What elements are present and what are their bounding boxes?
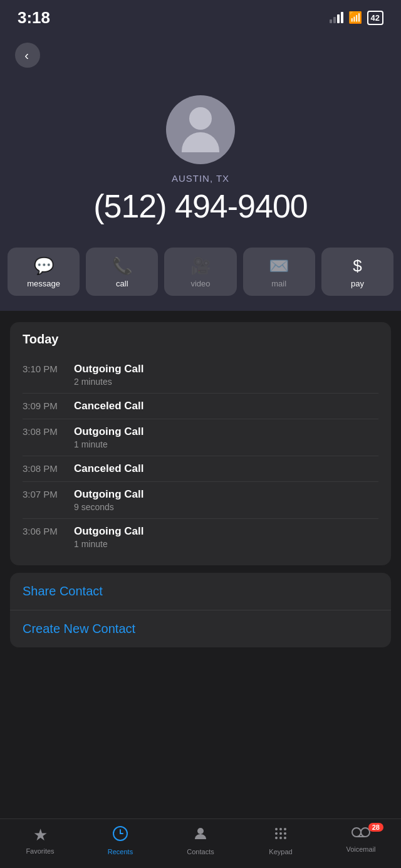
nav-contacts[interactable]: Contacts <box>160 825 241 855</box>
call-entry-2: 3:09 PM Canceled Call <box>23 394 378 419</box>
section-divider <box>0 311 401 322</box>
contacts-label: Contacts <box>187 848 214 855</box>
recents-icon <box>112 825 128 845</box>
call-time-1: 3:10 PM <box>23 363 74 374</box>
action-buttons: 💬 message 📞 call 🎥 video ✉️ mail $ pay <box>0 238 401 311</box>
favorites-label: Favorites <box>26 847 54 855</box>
nav-voicemail[interactable]: 28 Voicemail <box>321 825 401 855</box>
call-duration-5: 9 seconds <box>74 502 378 512</box>
contacts-icon <box>192 825 209 845</box>
mail-button[interactable]: ✉️ mail <box>243 248 315 296</box>
svg-point-7 <box>275 832 278 835</box>
nav-keypad[interactable]: Keypad <box>241 825 321 855</box>
call-time-5: 3:07 PM <box>23 488 74 499</box>
call-details-6: Outgoing Call 1 minute <box>74 525 378 549</box>
avatar-body <box>182 132 219 152</box>
nav-favorites[interactable]: ★ Favorites <box>0 825 80 855</box>
call-type-2: Canceled Call <box>74 400 378 412</box>
bottom-spacer <box>0 647 401 704</box>
call-duration-6: 1 minute <box>74 539 378 549</box>
message-icon: 💬 <box>34 258 54 274</box>
message-button[interactable]: 💬 message <box>8 248 80 296</box>
call-entry-1: 3:10 PM Outgoing Call 2 minutes <box>23 357 378 394</box>
message-label: message <box>27 279 60 288</box>
call-button[interactable]: 📞 call <box>86 248 158 296</box>
call-type-4: Canceled Call <box>74 463 378 475</box>
call-details-5: Outgoing Call 9 seconds <box>74 488 378 512</box>
avatar-placeholder <box>182 107 219 152</box>
action-links: Share Contact Create New Contact <box>10 573 391 647</box>
create-new-contact-button[interactable]: Create New Contact <box>10 610 391 647</box>
call-entry-6: 3:06 PM Outgoing Call 1 minute <box>23 519 378 555</box>
svg-point-8 <box>279 832 282 835</box>
pay-button[interactable]: $ pay <box>321 248 393 296</box>
contact-section: AUSTIN, TX (512) 494-9400 <box>0 95 401 238</box>
avatar <box>166 95 235 164</box>
contact-phone: (512) 494-9400 <box>93 187 308 225</box>
keypad-label: Keypad <box>269 848 292 855</box>
mail-label: mail <box>271 279 286 288</box>
video-icon: 🎥 <box>190 258 211 274</box>
voicemail-icon <box>352 825 370 843</box>
call-time-3: 3:08 PM <box>23 426 74 437</box>
svg-point-9 <box>284 832 286 835</box>
call-time-2: 3:09 PM <box>23 400 74 411</box>
status-time: 3:18 <box>18 8 50 28</box>
call-duration-3: 1 minute <box>74 439 378 449</box>
share-contact-button[interactable]: Share Contact <box>10 573 391 610</box>
voicemail-label: Voicemail <box>346 845 375 853</box>
svg-point-4 <box>275 828 278 830</box>
mail-icon: ✉️ <box>269 258 289 274</box>
wifi-icon: 📶 <box>348 11 362 24</box>
call-type-5: Outgoing Call <box>74 488 378 501</box>
nav-recents[interactable]: Recents <box>80 825 160 855</box>
call-icon: 📞 <box>112 258 132 274</box>
favorites-icon: ★ <box>33 825 48 845</box>
call-type-1: Outgoing Call <box>74 363 378 375</box>
call-time-6: 3:06 PM <box>23 525 74 536</box>
status-bar: 3:18 📶 42 <box>0 0 401 33</box>
today-label: Today <box>23 332 378 347</box>
pay-icon: $ <box>353 258 362 274</box>
battery-icon: 42 <box>367 11 383 25</box>
video-label: video <box>190 279 210 288</box>
svg-point-13 <box>352 828 361 837</box>
call-details-3: Outgoing Call 1 minute <box>74 426 378 449</box>
call-type-3: Outgoing Call <box>74 426 378 438</box>
svg-point-12 <box>284 837 286 839</box>
call-entry-3: 3:08 PM Outgoing Call 1 minute <box>23 419 378 456</box>
svg-point-10 <box>275 837 278 839</box>
keypad-icon <box>273 825 289 845</box>
call-history-card: Today 3:10 PM Outgoing Call 2 minutes 3:… <box>10 322 391 565</box>
svg-point-6 <box>284 828 286 830</box>
voicemail-badge: 28 <box>368 823 383 832</box>
recents-label: Recents <box>108 848 133 855</box>
call-history: Today 3:10 PM Outgoing Call 2 minutes 3:… <box>0 322 401 709</box>
call-details-1: Outgoing Call 2 minutes <box>74 363 378 387</box>
header-area: ‹ <box>0 33 401 95</box>
back-button[interactable]: ‹ <box>15 43 40 68</box>
call-type-6: Outgoing Call <box>74 525 378 538</box>
call-duration-1: 2 minutes <box>74 377 378 387</box>
call-entry-4: 3:08 PM Canceled Call <box>23 456 378 482</box>
call-details-4: Canceled Call <box>74 463 378 475</box>
call-details-2: Canceled Call <box>74 400 378 412</box>
avatar-head <box>189 107 212 130</box>
call-label: call <box>116 279 128 288</box>
call-entry-5: 3:07 PM Outgoing Call 9 seconds <box>23 482 378 519</box>
pay-label: pay <box>351 279 364 288</box>
signal-icon <box>330 12 343 23</box>
video-button[interactable]: 🎥 video <box>164 248 236 296</box>
call-time-4: 3:08 PM <box>23 463 74 474</box>
svg-point-11 <box>279 837 282 839</box>
svg-point-5 <box>279 828 282 830</box>
svg-point-3 <box>197 828 204 834</box>
status-icons: 📶 42 <box>330 11 383 25</box>
bottom-nav: ★ Favorites Recents Contacts <box>0 818 401 868</box>
back-chevron-icon: ‹ <box>24 48 29 63</box>
contact-location: AUSTIN, TX <box>172 173 229 184</box>
